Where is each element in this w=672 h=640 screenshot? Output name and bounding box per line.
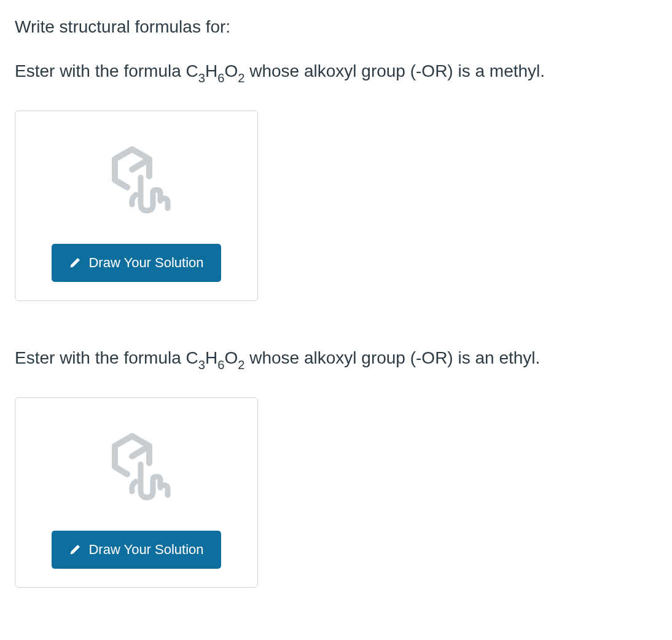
molecule-touch-icon <box>96 429 176 509</box>
draw-solution-button-2[interactable]: Draw Your Solution <box>52 531 221 569</box>
button-label: Draw Your Solution <box>88 255 203 271</box>
question-text-1: Ester with the formula C3H6O2 whose alko… <box>15 58 657 86</box>
subscript: 3 <box>198 358 205 372</box>
pencil-icon <box>69 257 81 269</box>
draw-solution-button-1[interactable]: Draw Your Solution <box>52 244 221 282</box>
text-part: O <box>224 348 238 367</box>
pencil-icon <box>69 544 81 556</box>
question-block-2: Ester with the formula C3H6O2 whose alko… <box>15 345 657 588</box>
subscript: 3 <box>198 71 205 85</box>
draw-card-1: Draw Your Solution <box>15 111 258 301</box>
draw-card-2: Draw Your Solution <box>15 397 258 588</box>
text-part: O <box>224 61 238 80</box>
text-part: H <box>205 348 217 367</box>
text-part: whose alkoxyl group (-OR) is a methyl. <box>244 61 545 80</box>
subscript: 6 <box>217 71 224 85</box>
intro-heading: Write structural formulas for: <box>15 15 657 39</box>
text-part: H <box>205 61 217 80</box>
question-text-2: Ester with the formula C3H6O2 whose alko… <box>15 345 657 373</box>
subscript: 6 <box>217 358 224 372</box>
text-part: Ester with the formula C <box>15 61 198 80</box>
button-label: Draw Your Solution <box>88 542 203 558</box>
question-block-1: Ester with the formula C3H6O2 whose alko… <box>15 58 657 301</box>
text-part: whose alkoxyl group (-OR) is an ethyl. <box>244 348 540 367</box>
subscript: 2 <box>238 71 244 85</box>
subscript: 2 <box>238 358 244 372</box>
molecule-touch-icon <box>96 142 176 222</box>
text-part: Ester with the formula C <box>15 348 198 367</box>
